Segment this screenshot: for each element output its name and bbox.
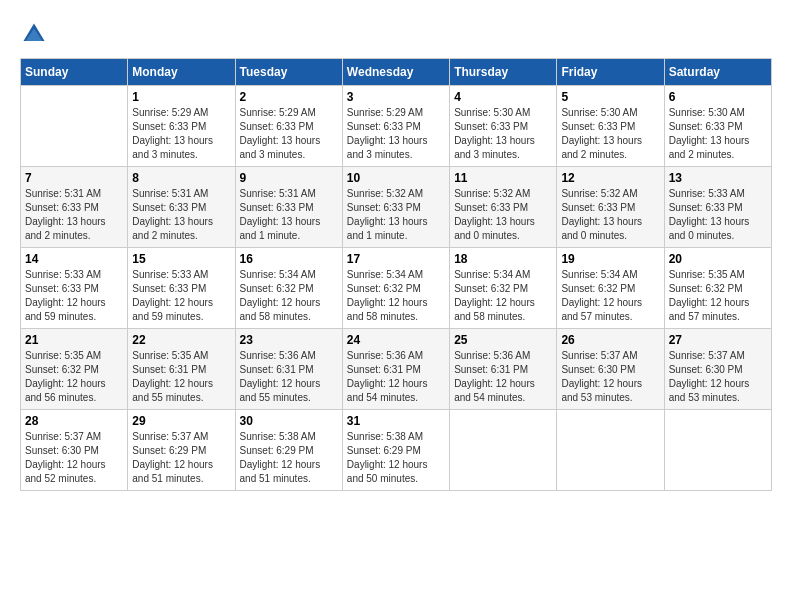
day-info: Sunrise: 5:29 AMSunset: 6:33 PMDaylight:…: [347, 106, 445, 162]
day-number: 24: [347, 333, 445, 347]
calendar-cell: 22Sunrise: 5:35 AMSunset: 6:31 PMDayligh…: [128, 329, 235, 410]
day-info: Sunrise: 5:33 AMSunset: 6:33 PMDaylight:…: [25, 268, 123, 324]
day-number: 25: [454, 333, 552, 347]
calendar-cell: 26Sunrise: 5:37 AMSunset: 6:30 PMDayligh…: [557, 329, 664, 410]
header-day-thursday: Thursday: [450, 59, 557, 86]
header-day-sunday: Sunday: [21, 59, 128, 86]
calendar-cell: 28Sunrise: 5:37 AMSunset: 6:30 PMDayligh…: [21, 410, 128, 491]
day-number: 5: [561, 90, 659, 104]
calendar-week-2: 7Sunrise: 5:31 AMSunset: 6:33 PMDaylight…: [21, 167, 772, 248]
calendar-cell: [21, 86, 128, 167]
day-number: 7: [25, 171, 123, 185]
day-info: Sunrise: 5:30 AMSunset: 6:33 PMDaylight:…: [561, 106, 659, 162]
day-info: Sunrise: 5:33 AMSunset: 6:33 PMDaylight:…: [669, 187, 767, 243]
calendar-cell: [557, 410, 664, 491]
day-info: Sunrise: 5:35 AMSunset: 6:31 PMDaylight:…: [132, 349, 230, 405]
day-info: Sunrise: 5:34 AMSunset: 6:32 PMDaylight:…: [561, 268, 659, 324]
day-number: 15: [132, 252, 230, 266]
day-number: 3: [347, 90, 445, 104]
day-info: Sunrise: 5:32 AMSunset: 6:33 PMDaylight:…: [561, 187, 659, 243]
calendar-cell: [664, 410, 771, 491]
page-header: [20, 20, 772, 48]
calendar-cell: 30Sunrise: 5:38 AMSunset: 6:29 PMDayligh…: [235, 410, 342, 491]
day-number: 8: [132, 171, 230, 185]
calendar-cell: 14Sunrise: 5:33 AMSunset: 6:33 PMDayligh…: [21, 248, 128, 329]
calendar-cell: 6Sunrise: 5:30 AMSunset: 6:33 PMDaylight…: [664, 86, 771, 167]
calendar-cell: 25Sunrise: 5:36 AMSunset: 6:31 PMDayligh…: [450, 329, 557, 410]
day-info: Sunrise: 5:37 AMSunset: 6:29 PMDaylight:…: [132, 430, 230, 486]
calendar-week-5: 28Sunrise: 5:37 AMSunset: 6:30 PMDayligh…: [21, 410, 772, 491]
logo: [20, 20, 52, 48]
day-info: Sunrise: 5:38 AMSunset: 6:29 PMDaylight:…: [240, 430, 338, 486]
day-number: 22: [132, 333, 230, 347]
day-info: Sunrise: 5:34 AMSunset: 6:32 PMDaylight:…: [454, 268, 552, 324]
day-number: 26: [561, 333, 659, 347]
day-info: Sunrise: 5:37 AMSunset: 6:30 PMDaylight:…: [25, 430, 123, 486]
day-info: Sunrise: 5:34 AMSunset: 6:32 PMDaylight:…: [347, 268, 445, 324]
calendar-cell: 3Sunrise: 5:29 AMSunset: 6:33 PMDaylight…: [342, 86, 449, 167]
calendar-cell: 9Sunrise: 5:31 AMSunset: 6:33 PMDaylight…: [235, 167, 342, 248]
logo-icon: [20, 20, 48, 48]
header-day-wednesday: Wednesday: [342, 59, 449, 86]
calendar-cell: 11Sunrise: 5:32 AMSunset: 6:33 PMDayligh…: [450, 167, 557, 248]
header-day-monday: Monday: [128, 59, 235, 86]
day-info: Sunrise: 5:31 AMSunset: 6:33 PMDaylight:…: [25, 187, 123, 243]
day-info: Sunrise: 5:38 AMSunset: 6:29 PMDaylight:…: [347, 430, 445, 486]
header-day-tuesday: Tuesday: [235, 59, 342, 86]
calendar-week-3: 14Sunrise: 5:33 AMSunset: 6:33 PMDayligh…: [21, 248, 772, 329]
day-number: 17: [347, 252, 445, 266]
day-number: 1: [132, 90, 230, 104]
day-number: 12: [561, 171, 659, 185]
calendar-cell: 8Sunrise: 5:31 AMSunset: 6:33 PMDaylight…: [128, 167, 235, 248]
calendar-cell: 1Sunrise: 5:29 AMSunset: 6:33 PMDaylight…: [128, 86, 235, 167]
day-info: Sunrise: 5:37 AMSunset: 6:30 PMDaylight:…: [561, 349, 659, 405]
calendar-week-1: 1Sunrise: 5:29 AMSunset: 6:33 PMDaylight…: [21, 86, 772, 167]
calendar-cell: 7Sunrise: 5:31 AMSunset: 6:33 PMDaylight…: [21, 167, 128, 248]
day-info: Sunrise: 5:30 AMSunset: 6:33 PMDaylight:…: [454, 106, 552, 162]
header-row: SundayMondayTuesdayWednesdayThursdayFrid…: [21, 59, 772, 86]
day-info: Sunrise: 5:35 AMSunset: 6:32 PMDaylight:…: [25, 349, 123, 405]
calendar-cell: 10Sunrise: 5:32 AMSunset: 6:33 PMDayligh…: [342, 167, 449, 248]
calendar-cell: 5Sunrise: 5:30 AMSunset: 6:33 PMDaylight…: [557, 86, 664, 167]
calendar-cell: 4Sunrise: 5:30 AMSunset: 6:33 PMDaylight…: [450, 86, 557, 167]
calendar-cell: 23Sunrise: 5:36 AMSunset: 6:31 PMDayligh…: [235, 329, 342, 410]
day-number: 6: [669, 90, 767, 104]
day-number: 27: [669, 333, 767, 347]
day-info: Sunrise: 5:35 AMSunset: 6:32 PMDaylight:…: [669, 268, 767, 324]
calendar-cell: 24Sunrise: 5:36 AMSunset: 6:31 PMDayligh…: [342, 329, 449, 410]
day-number: 13: [669, 171, 767, 185]
day-number: 29: [132, 414, 230, 428]
calendar-body: 1Sunrise: 5:29 AMSunset: 6:33 PMDaylight…: [21, 86, 772, 491]
day-info: Sunrise: 5:31 AMSunset: 6:33 PMDaylight:…: [240, 187, 338, 243]
day-number: 20: [669, 252, 767, 266]
day-info: Sunrise: 5:29 AMSunset: 6:33 PMDaylight:…: [132, 106, 230, 162]
calendar-cell: 21Sunrise: 5:35 AMSunset: 6:32 PMDayligh…: [21, 329, 128, 410]
day-info: Sunrise: 5:32 AMSunset: 6:33 PMDaylight:…: [454, 187, 552, 243]
calendar-cell: 20Sunrise: 5:35 AMSunset: 6:32 PMDayligh…: [664, 248, 771, 329]
header-day-saturday: Saturday: [664, 59, 771, 86]
day-info: Sunrise: 5:34 AMSunset: 6:32 PMDaylight:…: [240, 268, 338, 324]
calendar-cell: 12Sunrise: 5:32 AMSunset: 6:33 PMDayligh…: [557, 167, 664, 248]
day-number: 19: [561, 252, 659, 266]
day-info: Sunrise: 5:33 AMSunset: 6:33 PMDaylight:…: [132, 268, 230, 324]
calendar-cell: 15Sunrise: 5:33 AMSunset: 6:33 PMDayligh…: [128, 248, 235, 329]
day-info: Sunrise: 5:32 AMSunset: 6:33 PMDaylight:…: [347, 187, 445, 243]
day-info: Sunrise: 5:37 AMSunset: 6:30 PMDaylight:…: [669, 349, 767, 405]
calendar-cell: 17Sunrise: 5:34 AMSunset: 6:32 PMDayligh…: [342, 248, 449, 329]
calendar-cell: 31Sunrise: 5:38 AMSunset: 6:29 PMDayligh…: [342, 410, 449, 491]
day-number: 30: [240, 414, 338, 428]
day-number: 14: [25, 252, 123, 266]
day-info: Sunrise: 5:36 AMSunset: 6:31 PMDaylight:…: [240, 349, 338, 405]
day-number: 28: [25, 414, 123, 428]
calendar-cell: 2Sunrise: 5:29 AMSunset: 6:33 PMDaylight…: [235, 86, 342, 167]
calendar-cell: 29Sunrise: 5:37 AMSunset: 6:29 PMDayligh…: [128, 410, 235, 491]
day-number: 10: [347, 171, 445, 185]
calendar-cell: [450, 410, 557, 491]
calendar-cell: 19Sunrise: 5:34 AMSunset: 6:32 PMDayligh…: [557, 248, 664, 329]
day-info: Sunrise: 5:31 AMSunset: 6:33 PMDaylight:…: [132, 187, 230, 243]
day-number: 23: [240, 333, 338, 347]
calendar-cell: 16Sunrise: 5:34 AMSunset: 6:32 PMDayligh…: [235, 248, 342, 329]
day-number: 2: [240, 90, 338, 104]
day-number: 31: [347, 414, 445, 428]
day-number: 4: [454, 90, 552, 104]
